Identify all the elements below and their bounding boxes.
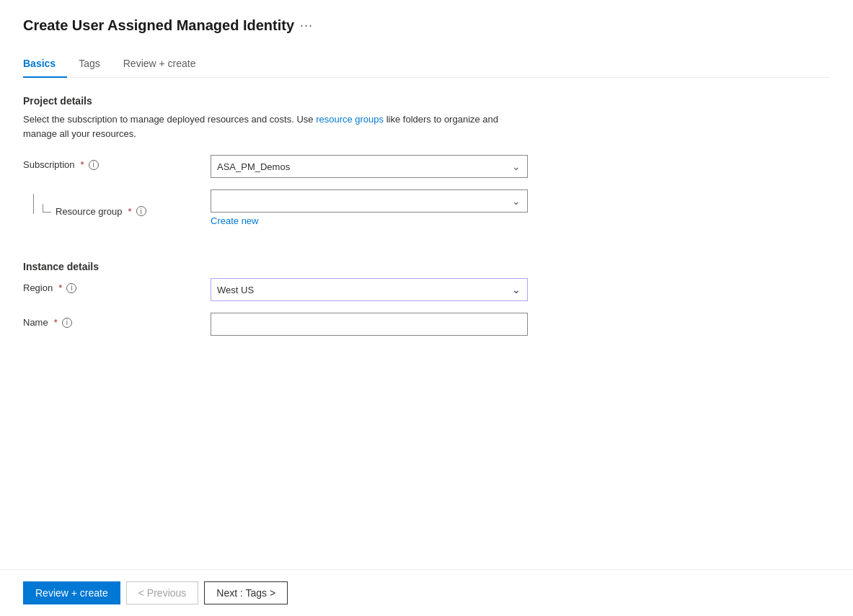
subscription-control: ASA_PM_Demos <box>211 155 528 178</box>
instance-details-heading: Instance details <box>23 261 830 272</box>
bottom-bar: Review + create < Previous Next : Tags > <box>0 569 853 616</box>
name-info-icon[interactable]: i <box>62 318 72 328</box>
name-required: * <box>54 317 58 328</box>
subscription-info-icon[interactable]: i <box>89 160 99 170</box>
region-info-icon[interactable]: i <box>66 283 76 293</box>
create-new-resource-group-link[interactable]: Create new <box>211 215 258 226</box>
project-details-section: Project details Select the subscription … <box>23 95 830 238</box>
subscription-required: * <box>81 159 84 170</box>
review-create-button[interactable]: Review + create <box>23 581 120 604</box>
resource-groups-link[interactable]: resource groups <box>316 114 384 125</box>
region-select[interactable]: West US East US East US 2 West Europe No… <box>211 278 528 301</box>
resource-group-label: Resource group <box>56 206 123 217</box>
name-input[interactable] <box>211 313 528 336</box>
resource-group-info-icon[interactable]: i <box>136 206 146 216</box>
next-tags-button[interactable]: Next : Tags > <box>204 581 288 604</box>
subscription-label: Subscription <box>23 159 75 170</box>
project-details-description: Select the subscription to manage deploy… <box>23 112 513 140</box>
subscription-row: Subscription * i ASA_PM_Demos <box>23 155 830 178</box>
tab-tags[interactable]: Tags <box>79 52 112 78</box>
name-label: Name <box>23 317 48 328</box>
previous-button[interactable]: < Previous <box>126 581 199 604</box>
name-control <box>211 313 528 336</box>
project-details-heading: Project details <box>23 95 830 107</box>
subscription-select[interactable]: ASA_PM_Demos <box>211 155 528 178</box>
ellipsis-menu-icon[interactable]: ··· <box>300 18 313 33</box>
region-control: West US East US East US 2 West Europe No… <box>211 278 528 301</box>
region-row: Region * i West US East US East US 2 Wes… <box>23 278 830 301</box>
tab-review-create[interactable]: Review + create <box>123 52 208 78</box>
page-title: Create User Assigned Managed Identity <box>23 17 294 34</box>
region-required: * <box>58 282 62 293</box>
name-row: Name * i <box>23 313 830 336</box>
tab-basics[interactable]: Basics <box>23 52 67 78</box>
region-label: Region <box>23 282 53 293</box>
resource-group-select[interactable] <box>211 189 528 213</box>
tab-bar: Basics Tags Review + create <box>23 51 830 78</box>
instance-details-section: Instance details Region * i West US East… <box>23 261 830 347</box>
resource-group-required: * <box>128 206 132 217</box>
